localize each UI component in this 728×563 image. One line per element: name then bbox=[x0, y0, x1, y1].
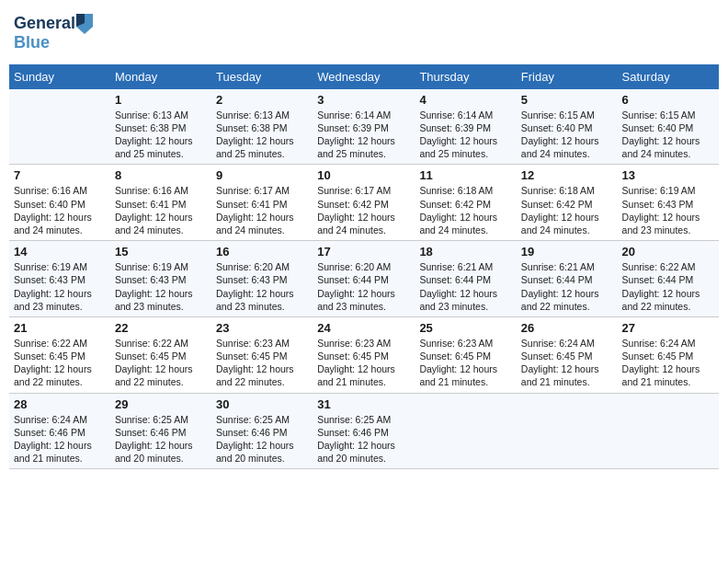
calendar-cell: 24Sunrise: 6:23 AM Sunset: 6:45 PM Dayli… bbox=[313, 316, 415, 393]
day-info: Sunrise: 6:14 AM Sunset: 6:39 PM Dayligh… bbox=[419, 109, 511, 161]
header-thursday: Thursday bbox=[415, 64, 516, 89]
calendar-cell: 3Sunrise: 6:14 AM Sunset: 6:39 PM Daylig… bbox=[313, 89, 415, 165]
day-number: 13 bbox=[622, 168, 714, 182]
calendar-cell: 11Sunrise: 6:18 AM Sunset: 6:42 PM Dayli… bbox=[415, 165, 516, 241]
day-info: Sunrise: 6:22 AM Sunset: 6:45 PM Dayligh… bbox=[14, 337, 106, 389]
calendar-cell: 13Sunrise: 6:19 AM Sunset: 6:43 PM Dayli… bbox=[618, 165, 719, 241]
header-wednesday: Wednesday bbox=[313, 64, 415, 89]
calendar-cell: 22Sunrise: 6:22 AM Sunset: 6:45 PM Dayli… bbox=[110, 316, 211, 393]
calendar-cell: 14Sunrise: 6:19 AM Sunset: 6:43 PM Dayli… bbox=[9, 241, 110, 317]
header-saturday: Saturday bbox=[618, 64, 719, 89]
calendar-cell: 16Sunrise: 6:20 AM Sunset: 6:43 PM Dayli… bbox=[211, 241, 313, 317]
day-info: Sunrise: 6:19 AM Sunset: 6:43 PM Dayligh… bbox=[115, 260, 207, 313]
week-row-3: 14Sunrise: 6:19 AM Sunset: 6:43 PM Dayli… bbox=[9, 241, 719, 317]
day-info: Sunrise: 6:13 AM Sunset: 6:38 PM Dayligh… bbox=[115, 109, 207, 161]
calendar-cell: 7Sunrise: 6:16 AM Sunset: 6:40 PM Daylig… bbox=[9, 165, 110, 241]
day-number: 10 bbox=[317, 168, 410, 182]
day-number: 16 bbox=[216, 245, 308, 259]
day-number: 14 bbox=[14, 245, 106, 259]
day-info: Sunrise: 6:22 AM Sunset: 6:44 PM Dayligh… bbox=[622, 260, 714, 313]
day-number: 8 bbox=[115, 168, 207, 182]
calendar-cell: 15Sunrise: 6:19 AM Sunset: 6:43 PM Dayli… bbox=[110, 241, 211, 317]
day-info: Sunrise: 6:24 AM Sunset: 6:46 PM Dayligh… bbox=[14, 413, 106, 465]
day-number: 25 bbox=[419, 321, 511, 335]
calendar-cell: 25Sunrise: 6:23 AM Sunset: 6:45 PM Dayli… bbox=[415, 316, 516, 393]
week-row-2: 7Sunrise: 6:16 AM Sunset: 6:40 PM Daylig… bbox=[9, 165, 719, 241]
calendar-cell: 17Sunrise: 6:20 AM Sunset: 6:44 PM Dayli… bbox=[313, 241, 415, 317]
day-info: Sunrise: 6:21 AM Sunset: 6:44 PM Dayligh… bbox=[521, 260, 613, 313]
calendar-cell: 18Sunrise: 6:21 AM Sunset: 6:44 PM Dayli… bbox=[415, 241, 516, 317]
calendar-cell: 8Sunrise: 6:16 AM Sunset: 6:41 PM Daylig… bbox=[110, 165, 211, 241]
week-row-5: 28Sunrise: 6:24 AM Sunset: 6:46 PM Dayli… bbox=[9, 393, 719, 469]
calendar-cell: 23Sunrise: 6:23 AM Sunset: 6:45 PM Dayli… bbox=[211, 316, 313, 393]
logo: GeneralBlue bbox=[14, 14, 93, 52]
day-number: 28 bbox=[14, 397, 106, 411]
calendar-cell: 2Sunrise: 6:13 AM Sunset: 6:38 PM Daylig… bbox=[211, 89, 313, 165]
calendar-cell: 19Sunrise: 6:21 AM Sunset: 6:44 PM Dayli… bbox=[517, 241, 618, 317]
calendar-cell: 30Sunrise: 6:25 AM Sunset: 6:46 PM Dayli… bbox=[211, 393, 313, 469]
day-info: Sunrise: 6:20 AM Sunset: 6:44 PM Dayligh… bbox=[317, 260, 410, 313]
day-number: 23 bbox=[216, 321, 308, 335]
day-info: Sunrise: 6:24 AM Sunset: 6:45 PM Dayligh… bbox=[622, 337, 714, 389]
day-info: Sunrise: 6:16 AM Sunset: 6:40 PM Dayligh… bbox=[14, 184, 106, 236]
calendar-cell bbox=[9, 89, 110, 165]
calendar-cell: 29Sunrise: 6:25 AM Sunset: 6:46 PM Dayli… bbox=[110, 393, 211, 469]
calendar-cell bbox=[618, 393, 719, 469]
day-number: 7 bbox=[14, 168, 106, 182]
day-info: Sunrise: 6:25 AM Sunset: 6:46 PM Dayligh… bbox=[317, 413, 410, 465]
day-info: Sunrise: 6:13 AM Sunset: 6:38 PM Dayligh… bbox=[216, 109, 308, 161]
day-number: 3 bbox=[317, 93, 410, 107]
calendar-cell: 20Sunrise: 6:22 AM Sunset: 6:44 PM Dayli… bbox=[618, 241, 719, 317]
day-number: 29 bbox=[115, 397, 207, 411]
day-info: Sunrise: 6:25 AM Sunset: 6:46 PM Dayligh… bbox=[115, 413, 207, 465]
calendar-cell: 12Sunrise: 6:18 AM Sunset: 6:42 PM Dayli… bbox=[517, 165, 618, 241]
day-info: Sunrise: 6:18 AM Sunset: 6:42 PM Dayligh… bbox=[521, 184, 613, 236]
day-info: Sunrise: 6:18 AM Sunset: 6:42 PM Dayligh… bbox=[419, 184, 511, 236]
logo-text: GeneralBlue bbox=[14, 14, 93, 52]
day-number: 1 bbox=[115, 93, 207, 107]
calendar-cell: 31Sunrise: 6:25 AM Sunset: 6:46 PM Dayli… bbox=[313, 393, 415, 469]
day-info: Sunrise: 6:19 AM Sunset: 6:43 PM Dayligh… bbox=[622, 184, 714, 236]
day-number: 2 bbox=[216, 93, 308, 107]
day-info: Sunrise: 6:15 AM Sunset: 6:40 PM Dayligh… bbox=[521, 109, 613, 161]
calendar-cell: 21Sunrise: 6:22 AM Sunset: 6:45 PM Dayli… bbox=[9, 316, 110, 393]
day-number: 4 bbox=[419, 93, 511, 107]
day-info: Sunrise: 6:19 AM Sunset: 6:43 PM Dayligh… bbox=[14, 260, 106, 313]
day-info: Sunrise: 6:14 AM Sunset: 6:39 PM Dayligh… bbox=[317, 109, 410, 161]
week-row-1: 1Sunrise: 6:13 AM Sunset: 6:38 PM Daylig… bbox=[9, 89, 719, 165]
calendar-cell: 4Sunrise: 6:14 AM Sunset: 6:39 PM Daylig… bbox=[415, 89, 516, 165]
day-info: Sunrise: 6:23 AM Sunset: 6:45 PM Dayligh… bbox=[419, 337, 511, 389]
header-monday: Monday bbox=[110, 64, 211, 89]
day-number: 22 bbox=[115, 321, 207, 335]
calendar-cell: 5Sunrise: 6:15 AM Sunset: 6:40 PM Daylig… bbox=[517, 89, 618, 165]
day-number: 18 bbox=[419, 245, 511, 259]
day-info: Sunrise: 6:21 AM Sunset: 6:44 PM Dayligh… bbox=[419, 260, 511, 313]
calendar-table: SundayMondayTuesdayWednesdayThursdayFrid… bbox=[9, 64, 719, 469]
day-info: Sunrise: 6:15 AM Sunset: 6:40 PM Dayligh… bbox=[622, 109, 714, 161]
day-info: Sunrise: 6:17 AM Sunset: 6:41 PM Dayligh… bbox=[216, 184, 308, 236]
header-friday: Friday bbox=[517, 64, 618, 89]
header-sunday: Sunday bbox=[9, 64, 110, 89]
day-info: Sunrise: 6:24 AM Sunset: 6:45 PM Dayligh… bbox=[521, 337, 613, 389]
calendar-cell: 1Sunrise: 6:13 AM Sunset: 6:38 PM Daylig… bbox=[110, 89, 211, 165]
day-number: 12 bbox=[521, 168, 613, 182]
day-info: Sunrise: 6:25 AM Sunset: 6:46 PM Dayligh… bbox=[216, 413, 308, 465]
calendar-header-row: SundayMondayTuesdayWednesdayThursdayFrid… bbox=[9, 64, 719, 89]
calendar-cell: 27Sunrise: 6:24 AM Sunset: 6:45 PM Dayli… bbox=[618, 316, 719, 393]
day-info: Sunrise: 6:17 AM Sunset: 6:42 PM Dayligh… bbox=[317, 184, 410, 236]
calendar-cell: 6Sunrise: 6:15 AM Sunset: 6:40 PM Daylig… bbox=[618, 89, 719, 165]
day-number: 20 bbox=[622, 245, 714, 259]
day-number: 27 bbox=[622, 321, 714, 335]
day-number: 17 bbox=[317, 245, 410, 259]
week-row-4: 21Sunrise: 6:22 AM Sunset: 6:45 PM Dayli… bbox=[9, 316, 719, 393]
calendar-cell: 28Sunrise: 6:24 AM Sunset: 6:46 PM Dayli… bbox=[9, 393, 110, 469]
page-header: GeneralBlue bbox=[9, 9, 719, 57]
calendar-cell: 26Sunrise: 6:24 AM Sunset: 6:45 PM Dayli… bbox=[517, 316, 618, 393]
day-number: 31 bbox=[317, 397, 410, 411]
calendar-cell bbox=[517, 393, 618, 469]
calendar-cell bbox=[415, 393, 516, 469]
calendar-cell: 9Sunrise: 6:17 AM Sunset: 6:41 PM Daylig… bbox=[211, 165, 313, 241]
day-number: 9 bbox=[216, 168, 308, 182]
day-number: 5 bbox=[521, 93, 613, 107]
day-info: Sunrise: 6:23 AM Sunset: 6:45 PM Dayligh… bbox=[317, 337, 410, 389]
